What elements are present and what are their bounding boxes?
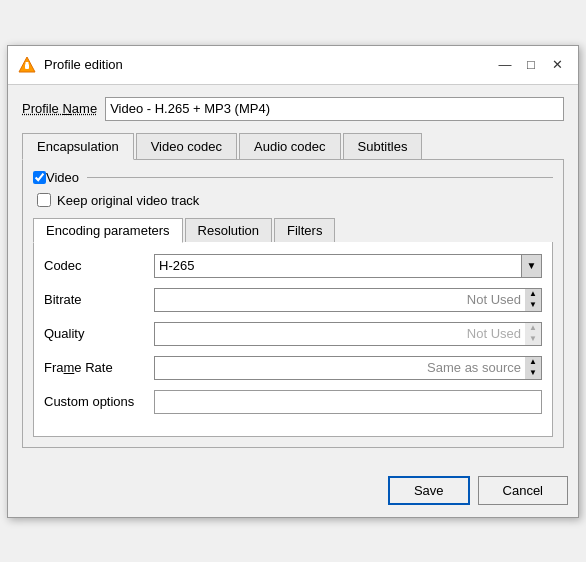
codec-label: Codec [44,258,154,273]
tab-subtitles[interactable]: Subtitles [343,133,423,159]
inner-tab-encoding-params[interactable]: Encoding parameters [33,218,183,243]
video-section-header: Video [33,170,553,185]
inner-tab-resolution[interactable]: Resolution [185,218,272,242]
bitrate-spinner: ▲ ▼ [154,288,542,312]
video-label: Video [46,170,79,185]
profile-name-input[interactable] [105,97,564,121]
encoding-params-panel: Codec H-265 H-264 MPEG-4 MPEG-2 ▼ Bitrat… [33,242,553,437]
inner-tabs: Encoding parameters Resolution Filters [33,218,553,242]
minimize-button[interactable]: — [494,54,516,76]
frame-rate-down-button[interactable]: ▼ [525,368,541,379]
frame-rate-row: Frame Rate ▲ ▼ [44,356,542,380]
quality-label: Quality [44,326,154,341]
quality-row: Quality ▲ ▼ [44,322,542,346]
maximize-button[interactable]: □ [520,54,542,76]
codec-row: Codec H-265 H-264 MPEG-4 MPEG-2 ▼ [44,254,542,278]
vlc-icon [18,56,36,74]
svg-rect-1 [25,64,29,69]
frame-rate-up-button[interactable]: ▲ [525,357,541,368]
frame-rate-spinner-buttons: ▲ ▼ [525,356,542,380]
bitrate-input[interactable] [154,288,525,312]
keep-original-checkbox[interactable] [37,193,51,207]
tab-panel-encapsulation: Video Keep original video track Encoding… [22,160,564,448]
custom-options-input[interactable] [154,390,542,414]
quality-spinner: ▲ ▼ [154,322,542,346]
svg-rect-2 [26,62,29,65]
frame-rate-input[interactable] [154,356,525,380]
codec-select-wrap: H-265 H-264 MPEG-4 MPEG-2 ▼ [154,254,542,278]
frame-rate-spinner: ▲ ▼ [154,356,542,380]
profile-name-label: Profile Name [22,101,97,116]
titlebar-buttons: — □ ✕ [494,54,568,76]
quality-input[interactable] [154,322,525,346]
tab-audio-codec[interactable]: Audio codec [239,133,341,159]
quality-down-button[interactable]: ▼ [525,334,541,345]
video-checkbox[interactable] [33,171,46,184]
save-button[interactable]: Save [388,476,470,505]
custom-options-label: Custom options [44,394,154,409]
custom-options-row: Custom options [44,390,542,414]
bitrate-label: Bitrate [44,292,154,307]
bitrate-down-button[interactable]: ▼ [525,300,541,311]
quality-spinner-buttons: ▲ ▼ [525,322,542,346]
video-divider [87,177,553,178]
codec-select-arrow[interactable]: ▼ [522,254,542,278]
titlebar: Profile edition — □ ✕ [8,46,578,85]
bitrate-row: Bitrate ▲ ▼ [44,288,542,312]
profile-name-row: Profile Name [22,97,564,121]
tab-encapsulation[interactable]: Encapsulation [22,133,134,160]
content-area: Profile Name Encapsulation Video codec A… [8,85,578,470]
keep-original-label: Keep original video track [57,193,199,208]
quality-up-button[interactable]: ▲ [525,323,541,334]
profile-edition-window: Profile edition — □ ✕ Profile Name Encap… [7,45,579,518]
bitrate-up-button[interactable]: ▲ [525,289,541,300]
tab-video-codec[interactable]: Video codec [136,133,237,159]
bitrate-spinner-buttons: ▲ ▼ [525,288,542,312]
close-button[interactable]: ✕ [546,54,568,76]
frame-rate-label: Frame Rate [44,360,154,375]
outer-tabs: Encapsulation Video codec Audio codec Su… [22,133,564,160]
inner-tab-filters[interactable]: Filters [274,218,335,242]
window-title: Profile edition [44,57,494,72]
cancel-button[interactable]: Cancel [478,476,568,505]
footer: Save Cancel [8,470,578,517]
keep-original-row: Keep original video track [37,193,553,208]
codec-select[interactable]: H-265 H-264 MPEG-4 MPEG-2 [154,254,522,278]
